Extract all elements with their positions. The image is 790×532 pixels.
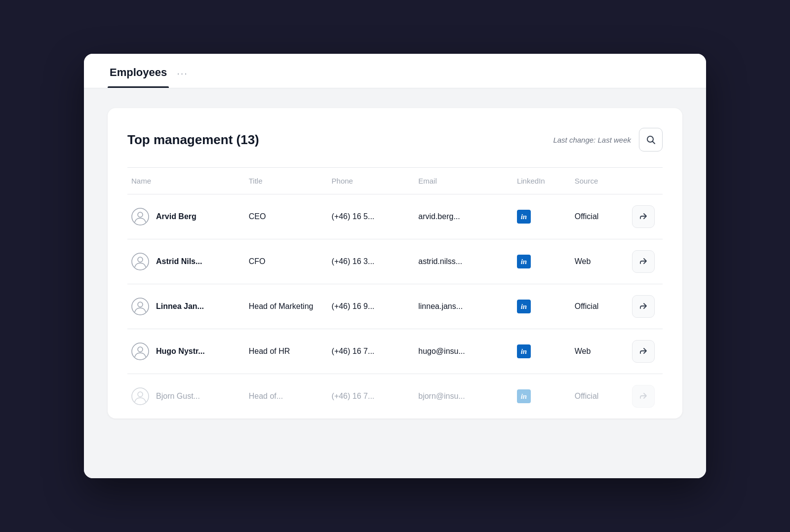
share-icon: [639, 392, 648, 401]
cell-title-1: CFO: [241, 239, 324, 284]
share-button-4[interactable]: [632, 385, 655, 408]
cell-source-1: Web: [567, 239, 624, 284]
cell-linkedin-3[interactable]: in: [509, 329, 567, 374]
cell-email-3: hugo@insu...: [410, 329, 509, 374]
cell-email-0: arvid.berg...: [410, 194, 509, 239]
cell-phone-4: (+46) 16 7...: [324, 374, 411, 419]
table-row: Bjorn Gust... Head of... (+46) 16 7... b…: [127, 374, 663, 419]
search-icon: [646, 135, 656, 145]
linkedin-icon[interactable]: in: [517, 255, 531, 268]
cell-action-2: [624, 284, 663, 329]
tab-employees[interactable]: Employees: [108, 57, 169, 88]
svg-line-1: [653, 142, 655, 144]
svg-point-2: [132, 208, 149, 225]
svg-point-4: [132, 253, 149, 270]
employees-table: Name Title Phone Email LinkedIn Source: [127, 167, 663, 418]
cell-name-4: Bjorn Gust...: [127, 374, 241, 419]
tab-bar: Employees ···: [84, 54, 706, 88]
card-header: Top management (13) Last change: Last we…: [127, 128, 663, 152]
cell-action-1: [624, 239, 663, 284]
cell-name-2: Linnea Jan...: [127, 284, 241, 329]
svg-point-3: [138, 212, 143, 217]
col-header-linkedin: LinkedIn: [509, 168, 567, 194]
card-header-right: Last change: Last week: [553, 128, 663, 152]
cell-linkedin-2[interactable]: in: [509, 284, 567, 329]
avatar-icon: [131, 342, 149, 360]
table-row: Hugo Nystr... Head of HR (+46) 16 7... h…: [127, 329, 663, 374]
cell-phone-1: (+46) 16 3...: [324, 239, 411, 284]
cell-action-0: [624, 194, 663, 239]
employee-name: Linnea Jan...: [156, 302, 204, 311]
col-header-email: Email: [410, 168, 509, 194]
table-row: Astrid Nils... CFO (+46) 16 3... astrid.…: [127, 239, 663, 284]
cell-name-0: Arvid Berg: [127, 194, 241, 239]
tab-employees-label: Employees: [110, 66, 167, 79]
cell-phone-2: (+46) 16 9...: [324, 284, 411, 329]
share-icon: [639, 212, 648, 221]
col-header-title: Title: [241, 168, 324, 194]
employee-name: Hugo Nystr...: [156, 347, 205, 356]
search-button[interactable]: [639, 128, 663, 152]
linkedin-icon[interactable]: in: [517, 344, 531, 358]
share-button-1[interactable]: [632, 250, 655, 273]
svg-point-5: [138, 257, 143, 262]
share-button-2[interactable]: [632, 295, 655, 318]
linkedin-icon[interactable]: in: [517, 210, 531, 224]
avatar-icon: [131, 298, 149, 315]
linkedin-icon[interactable]: in: [517, 389, 531, 403]
share-icon: [639, 347, 648, 356]
cell-phone-3: (+46) 16 7...: [324, 329, 411, 374]
cell-phone-0: (+46) 16 5...: [324, 194, 411, 239]
col-header-source: Source: [567, 168, 624, 194]
card-title: Top management (13): [127, 132, 259, 148]
cell-action-3: [624, 329, 663, 374]
avatar-icon: [131, 387, 149, 405]
main-content: Top management (13) Last change: Last we…: [84, 88, 706, 478]
cell-source-2: Official: [567, 284, 624, 329]
table-header-row: Name Title Phone Email LinkedIn Source: [127, 168, 663, 194]
share-button-0[interactable]: [632, 205, 655, 228]
avatar-icon: [131, 253, 149, 270]
share-icon: [639, 257, 648, 266]
cell-email-2: linnea.jans...: [410, 284, 509, 329]
cell-title-4: Head of...: [241, 374, 324, 419]
cell-source-3: Web: [567, 329, 624, 374]
cell-email-1: astrid.nilss...: [410, 239, 509, 284]
svg-point-6: [132, 298, 149, 315]
share-icon: [639, 302, 648, 311]
linkedin-icon[interactable]: in: [517, 300, 531, 313]
col-header-phone: Phone: [324, 168, 411, 194]
employee-name: Bjorn Gust...: [156, 392, 200, 401]
cell-title-0: CEO: [241, 194, 324, 239]
cell-email-4: bjorn@insu...: [410, 374, 509, 419]
svg-point-8: [132, 343, 149, 360]
svg-point-7: [138, 302, 143, 307]
cell-title-3: Head of HR: [241, 329, 324, 374]
cell-source-0: Official: [567, 194, 624, 239]
cell-linkedin-4[interactable]: in: [509, 374, 567, 419]
cell-linkedin-1[interactable]: in: [509, 239, 567, 284]
cell-action-4: [624, 374, 663, 419]
svg-point-10: [132, 388, 149, 405]
svg-point-11: [138, 392, 143, 397]
employees-card: Top management (13) Last change: Last we…: [108, 108, 682, 418]
svg-point-9: [138, 347, 143, 352]
table-row: Linnea Jan... Head of Marketing (+46) 16…: [127, 284, 663, 329]
cell-linkedin-0[interactable]: in: [509, 194, 567, 239]
last-change-text: Last change: Last week: [553, 136, 631, 144]
employee-name: Arvid Berg: [156, 212, 197, 221]
tab-more-icon[interactable]: ···: [173, 59, 192, 88]
employee-name: Astrid Nils...: [156, 257, 202, 266]
table-row: Arvid Berg CEO (+46) 16 5... arvid.berg.…: [127, 194, 663, 239]
cell-source-4: Official: [567, 374, 624, 419]
col-header-name: Name: [127, 168, 241, 194]
cell-title-2: Head of Marketing: [241, 284, 324, 329]
cell-name-3: Hugo Nystr...: [127, 329, 241, 374]
share-button-3[interactable]: [632, 340, 655, 363]
col-header-action: [624, 168, 663, 194]
avatar-icon: [131, 208, 149, 226]
cell-name-1: Astrid Nils...: [127, 239, 241, 284]
main-window: Employees ··· Top management (13) Last c…: [84, 54, 706, 478]
